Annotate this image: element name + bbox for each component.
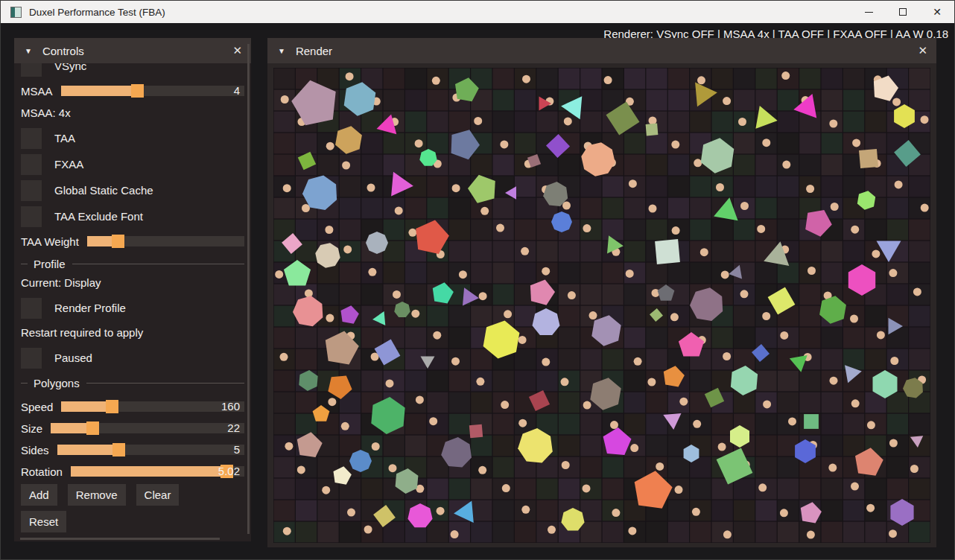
button-row: Reset (21, 511, 244, 532)
dot (297, 465, 305, 474)
horizontal-scrollbar[interactable] (20, 538, 220, 540)
dot (341, 422, 349, 430)
speed-slider-track[interactable]: 160 (61, 401, 244, 412)
dot (656, 462, 664, 471)
dot (851, 226, 859, 234)
dot (285, 442, 293, 451)
minimize-icon (865, 12, 873, 13)
fxaa-checkbox[interactable] (21, 154, 42, 175)
dot (889, 439, 898, 448)
dot (408, 229, 416, 237)
reset-button[interactable]: Reset (21, 511, 66, 532)
maximize-icon (899, 8, 907, 16)
dot (389, 464, 397, 472)
dot (758, 483, 767, 491)
dot (568, 291, 576, 299)
dot (343, 245, 352, 253)
sides-slider-track[interactable]: 5 (57, 445, 244, 455)
taa-checkbox[interactable] (21, 128, 42, 149)
dot (850, 315, 858, 323)
checkbox-label: TAA (54, 132, 75, 144)
dot (372, 442, 380, 451)
collapse-arrow-icon[interactable]: ▼ (25, 47, 32, 55)
separator-line (86, 383, 244, 384)
taa-weight-slider-handle[interactable] (112, 235, 124, 248)
dot (649, 205, 657, 213)
dot (921, 115, 929, 124)
button-row: AddRemoveClear (21, 484, 244, 506)
size-slider-track[interactable]: 22 (51, 423, 244, 433)
dot (542, 267, 550, 276)
slider-label: Speed (21, 401, 53, 413)
dot (612, 509, 620, 517)
polygons-section-separator: Polygons (21, 373, 244, 392)
section-label: Profile (34, 258, 66, 270)
render-profile-checkbox[interactable] (21, 298, 42, 319)
dot (672, 226, 680, 235)
dot (459, 270, 467, 279)
polygon (366, 232, 388, 254)
dot (416, 395, 424, 404)
dot (892, 98, 901, 106)
dot (429, 417, 437, 425)
dot (501, 401, 509, 409)
dot (478, 466, 486, 474)
vertical-scrollbar[interactable] (247, 44, 250, 534)
maximize-button[interactable] (886, 1, 920, 23)
size-slider-handle[interactable] (86, 421, 99, 435)
dot (328, 398, 336, 406)
separator-line (21, 264, 28, 264)
dot (346, 72, 354, 80)
global-static-cache-checkbox[interactable] (21, 180, 42, 201)
controls-close-icon[interactable]: ✕ (232, 44, 242, 57)
close-icon: ✕ (933, 7, 942, 17)
app-window: Duxel Performance Test (FBA) ✕ Renderer:… (0, 0, 955, 560)
dot (628, 526, 636, 535)
dot (700, 248, 708, 256)
dot (738, 118, 746, 126)
taa-exclude-font-checkbox[interactable] (21, 206, 42, 227)
dot (283, 527, 291, 535)
add-button[interactable]: Add (21, 484, 57, 506)
dot (647, 378, 656, 386)
sides-slider-handle[interactable] (112, 443, 125, 456)
controls-panel-header[interactable]: ▼ Controls ✕ (14, 38, 251, 63)
controls-body: VSyncMSAA4MSAA: 4xTAAFXAAGlobal Static C… (14, 63, 251, 541)
dot (762, 312, 770, 320)
dot (895, 180, 903, 188)
vsync-checkbox[interactable] (21, 63, 42, 77)
close-window-button[interactable]: ✕ (920, 1, 954, 23)
rotation-slider-track[interactable]: 5.02 (71, 466, 244, 477)
collapse-arrow-icon[interactable]: ▼ (278, 47, 285, 55)
taa-weight-slider-track[interactable] (87, 236, 244, 246)
dot (913, 287, 921, 296)
taa-checkbox-row: TAA (21, 127, 244, 149)
paused-checkbox[interactable] (21, 348, 42, 369)
dot (852, 139, 860, 147)
checkbox-label: VSync (54, 63, 86, 72)
remove-button[interactable]: Remove (68, 484, 126, 506)
dot (504, 310, 512, 318)
render-panel-header[interactable]: ▼ Render ✕ (267, 38, 936, 63)
dot (782, 161, 790, 169)
dot (889, 529, 897, 538)
checkbox-label: FXAA (54, 158, 83, 171)
msaa-4x-text: MSAA: 4x (21, 104, 244, 123)
dot (500, 140, 508, 148)
dot (548, 526, 556, 534)
render-close-icon[interactable]: ✕ (918, 44, 927, 57)
msaa-slider-handle[interactable] (131, 84, 144, 98)
polygon (551, 211, 572, 232)
dot (326, 142, 334, 150)
clear-button[interactable]: Clear (136, 484, 180, 506)
fxaa-checkbox-row: FXAA (21, 153, 244, 175)
minimize-button[interactable] (851, 1, 886, 23)
slider-value: 22 (227, 422, 240, 434)
sides-slider-row: Sides5 (21, 442, 244, 457)
polygon (349, 450, 372, 472)
msaa-slider-track[interactable]: 4 (61, 86, 244, 96)
dot (910, 465, 918, 473)
slider-label: Sides (21, 444, 49, 456)
static-label: MSAA: 4x (21, 106, 71, 119)
speed-slider-handle[interactable] (106, 400, 118, 413)
